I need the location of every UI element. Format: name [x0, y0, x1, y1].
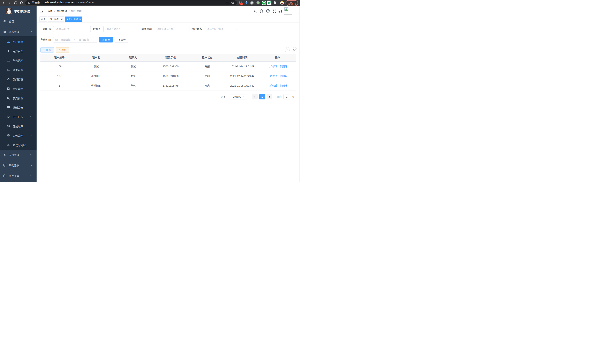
svg-text:?: ? [267, 10, 269, 12]
